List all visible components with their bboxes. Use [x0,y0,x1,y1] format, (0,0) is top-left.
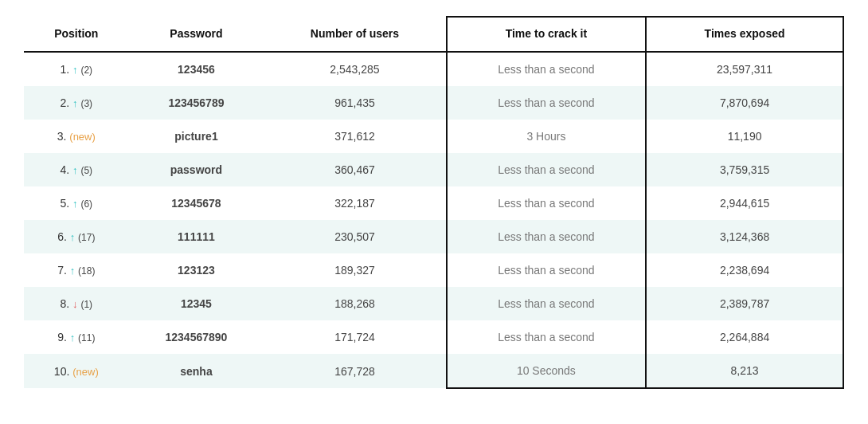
rank-number: 1. [60,63,69,76]
password-cell: 12345678 [129,186,264,220]
password-cell: 123456 [129,52,264,86]
arrow-down-icon: ↓ [72,298,78,310]
times-exposed-cell: 8,213 [646,354,843,388]
times-exposed-cell: 2,944,615 [646,186,843,220]
time-to-crack-cell: Less than a second [447,320,647,354]
arrow-up-icon: ↑ [72,97,78,109]
change-value: (2) [80,65,92,76]
rank-number: 9. [57,331,67,344]
password-cell: 123123 [129,253,264,287]
password-cell: senha [129,354,264,388]
times-exposed-cell: 11,190 [646,120,843,153]
rank-number: 7. [57,264,67,277]
time-to-crack-cell: 3 Hours [447,120,647,153]
arrow-up-icon: ↑ [70,332,76,344]
arrow-up-icon: ↑ [72,198,78,210]
times-exposed-cell: 2,389,787 [646,287,843,320]
time-to-crack-cell: 10 Seconds [447,354,647,388]
times-exposed-cell: 3,124,368 [646,220,843,253]
change-value: (5) [80,165,92,176]
new-label: (new) [69,131,96,143]
rank-number: 4. [60,163,69,176]
time-to-crack-cell: Less than a second [447,287,647,320]
password-cell: 12345 [129,287,264,320]
rank-number: 5. [60,197,69,210]
num-users-cell: 167,728 [264,354,446,388]
time-to-crack-cell: Less than a second [447,52,647,86]
time-to-crack-header: Time to crack it [447,17,647,52]
position-cell: 9. ↑ (11) [24,320,129,354]
times-exposed-cell: 23,597,311 [646,52,843,86]
rank-number: 3. [57,130,67,143]
arrow-up-icon: ↑ [72,164,78,176]
change-value: (18) [78,265,95,277]
num-users-cell: 2,543,285 [264,52,446,86]
change-value: (3) [80,98,92,109]
change-value: (6) [80,198,92,210]
num-users-cell: 371,612 [264,120,446,153]
times-exposed-cell: 3,759,315 [646,153,843,186]
position-cell: 2. ↑ (3) [24,86,129,120]
time-to-crack-cell: Less than a second [447,220,647,253]
arrow-up-icon: ↑ [70,265,76,277]
num-users-cell: 322,187 [264,186,446,220]
time-to-crack-cell: Less than a second [447,153,647,186]
num-users-cell: 171,724 [264,320,446,354]
new-label: (new) [72,366,99,378]
arrow-up-icon: ↑ [72,64,78,76]
position-cell: 4. ↑ (5) [24,153,129,186]
position-header: Position [24,17,129,52]
time-to-crack-cell: Less than a second [447,86,647,120]
password-cell: 123456789 [129,86,264,120]
num-users-cell: 360,467 [264,153,446,186]
password-cell: 111111 [129,220,264,253]
num-users-cell: 230,507 [264,220,446,253]
password-header: Password [129,17,264,52]
password-cell: picture1 [129,120,264,153]
times-exposed-cell: 2,264,884 [646,320,843,354]
times-exposed-cell: 2,238,694 [646,253,843,287]
password-cell: password [129,153,264,186]
arrow-up-icon: ↑ [70,231,76,243]
password-table: Position Password Number of users Time t… [24,16,844,389]
rank-number: 2. [60,96,69,109]
position-cell: 1. ↑ (2) [24,52,129,86]
times-exposed-header: Times exposed [646,17,843,52]
position-cell: 5. ↑ (6) [24,186,129,220]
change-value: (17) [78,232,95,243]
time-to-crack-cell: Less than a second [447,253,647,287]
position-cell: 3. (new) [24,120,129,153]
times-exposed-cell: 7,870,694 [646,86,843,120]
num-users-cell: 188,268 [264,287,446,320]
num-users-header: Number of users [264,17,446,52]
position-cell: 8. ↓ (1) [24,287,129,320]
rank-number: 8. [60,297,69,310]
rank-number: 6. [57,230,67,243]
password-cell: 1234567890 [129,320,264,354]
position-cell: 7. ↑ (18) [24,253,129,287]
change-value: (11) [78,332,95,344]
position-cell: 10. (new) [24,354,129,388]
time-to-crack-cell: Less than a second [447,186,647,220]
change-value: (1) [80,299,92,310]
num-users-cell: 189,327 [264,253,446,287]
position-cell: 6. ↑ (17) [24,220,129,253]
rank-number: 10. [54,365,69,378]
num-users-cell: 961,435 [264,86,446,120]
